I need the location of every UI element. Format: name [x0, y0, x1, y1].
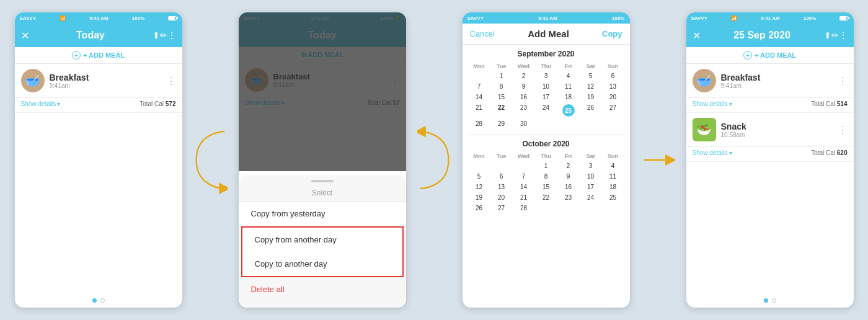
show-details-link-breakfast-4[interactable]: Show details ▾	[693, 100, 732, 107]
plus-circle-icon-4: +	[743, 51, 752, 60]
dark-overlay-2	[239, 12, 406, 171]
meal-dots-snack-4[interactable]: ⋮	[838, 124, 848, 136]
sheet-title-2: Select	[239, 186, 406, 202]
meal-info-1: Breakfast 9:41am	[50, 73, 161, 89]
flow-arrow-1	[193, 123, 228, 197]
dot-inactive-4[interactable]	[772, 298, 776, 303]
show-details-row-snack-4: Show details ▾ Total Cal 620	[686, 147, 854, 162]
battery-4: 100%	[804, 16, 816, 21]
signal-icon-1: 📶	[60, 16, 66, 21]
nav-icon-edit-1[interactable]: ✏	[160, 30, 167, 40]
arrow-3	[641, 123, 675, 197]
sheet-item-copy-to-another-day[interactable]: Copy to another day	[241, 252, 404, 277]
meal-card-breakfast-4: 🥣 Breakfast 9:41am ⋮	[686, 64, 854, 98]
close-button-1[interactable]: ✕	[21, 30, 29, 42]
nav-icon-share-4[interactable]: ⬆	[824, 30, 831, 40]
page-dots-4	[686, 293, 854, 308]
add-meal-button-1[interactable]: + + ADD MEAL	[15, 47, 182, 64]
battery-icon-1	[168, 16, 177, 20]
cal-week-oct-2: 5 6 7 8 9 10 11	[469, 171, 624, 182]
meal-avatar-snack-4: 🥗	[693, 118, 716, 141]
nav-icon-edit-4[interactable]: ✏	[831, 30, 839, 40]
cal-copy-button[interactable]: Copy	[602, 29, 622, 38]
nav-icon-more-4[interactable]: ⋮	[839, 30, 848, 40]
meal-time-breakfast-4: 9:41am	[721, 82, 833, 89]
time-4: 9:41 AM	[761, 16, 779, 21]
meal-name-1: Breakfast	[50, 73, 161, 82]
cal-week-oct-1: 1 2 3 4	[469, 161, 624, 171]
cal-week-sep-5: 28 29 30	[469, 118, 624, 129]
nav-icon-more-1[interactable]: ⋮	[167, 30, 176, 40]
total-cal-snack-4: Total Cal 620	[811, 149, 847, 156]
col-thu: Thu	[536, 62, 557, 71]
meal-avatar-breakfast-4: 🥣	[693, 69, 716, 92]
sheet-item-delete[interactable]: Delete all	[239, 277, 406, 301]
flow-arrow-3	[641, 123, 675, 197]
nav-title-4: 25 Sep 2020	[701, 30, 824, 41]
meal-info-snack-4: Snack 10:58am	[721, 122, 833, 138]
sheet-item-copy-another-day[interactable]: Copy from another day	[241, 226, 404, 253]
show-details-row-breakfast-4: Show details ▾ Total Cal 514	[686, 98, 854, 113]
dot-active-1[interactable]	[92, 298, 97, 303]
meal-card-1: 🥣 Breakfast 9:41am ⋮	[15, 64, 182, 98]
cal-divider-3	[469, 134, 624, 135]
meal-card-snack-4: 🥗 Snack 10:58am ⋮	[686, 113, 854, 147]
cal-week-oct-5: 26 27 28	[469, 203, 624, 213]
arrow-2	[417, 123, 451, 197]
carrier-1: SAVVY	[20, 16, 37, 21]
total-cal-breakfast-4: Total Cal 514	[811, 100, 847, 107]
battery-label-1: 100%	[132, 16, 144, 21]
cal-month-oct: October 2020	[469, 140, 624, 148]
add-meal-button-4[interactable]: + + ADD MEAL	[686, 47, 854, 64]
cal-week-oct-3: 12 13 14 15 16 17 18	[469, 182, 624, 192]
status-bar-1: SAVVY 📶 9:41 AM 100%	[15, 12, 182, 24]
chevron-down-icon-1: ▾	[57, 100, 60, 107]
add-meal-label-1: + ADD MEAL	[83, 51, 125, 59]
cal-week-sep-4: 21 22 23 24 25 26 27	[469, 102, 624, 118]
show-details-link-snack-4[interactable]: Show details ▾	[693, 149, 732, 156]
dot-active-4[interactable]	[764, 298, 768, 303]
screen4-phone: SAVVY 📶 9:41 AM 100% ✕ 25 Sep 2020 ⬆ ✏ ⋮…	[686, 12, 854, 308]
cal-grid-oct-header: Mon Tue Wed Thu Fri Sat Sun	[469, 152, 624, 161]
status-bar-4: SAVVY 📶 9:41 AM 100%	[686, 12, 854, 24]
time-1: 9:41 AM	[89, 16, 108, 21]
meal-name-snack-4: Snack	[721, 122, 833, 131]
time-3: 9:41 AM	[538, 16, 557, 21]
meal-emoji-snack-4: 🥗	[696, 122, 712, 137]
col-sun: Sun	[603, 62, 624, 71]
screen2-phone: SAVVY 9:41 AM 100% 🔋 Today ⊕ ADD MEAL 🥣 …	[239, 12, 406, 308]
cal-week-oct-4: 19 20 21 22 23 24 25	[469, 192, 624, 203]
total-cal-1: Total Cal 572	[140, 100, 175, 107]
meal-emoji-breakfast-4: 🥣	[696, 73, 712, 88]
sheet-item-copy-yesterday[interactable]: Copy from yesterday	[239, 202, 406, 226]
meal-info-breakfast-4: Breakfast 9:41am	[721, 73, 833, 89]
cal-week-sep-2: 7 8 9 10 11 12 13	[469, 81, 624, 92]
page-dots-1	[15, 293, 182, 308]
meal-dots-1[interactable]: ⋮	[166, 75, 176, 87]
screen1-phone: SAVVY 📶 9:41 AM 100% ✕ Today ⬆ ✏ ⋮ + + A…	[15, 12, 182, 308]
meal-time-1: 9:41am	[50, 82, 161, 89]
bottom-sheet-2: Select Copy from yesterday Copy from ano…	[239, 175, 406, 308]
cal-month-sep: September 2020	[469, 50, 624, 58]
cal-num-1: 572	[166, 100, 176, 107]
selected-date-25[interactable]: 25	[562, 104, 575, 117]
nav-bar-4: ✕ 25 Sep 2020 ⬆ ✏ ⋮	[686, 24, 854, 47]
show-details-row-1: Show details ▾ Total Cal 572	[15, 98, 182, 113]
arrow-1	[193, 123, 228, 197]
nav-bar-1: ✕ Today ⬆ ✏ ⋮	[15, 24, 182, 47]
dot-inactive-1[interactable]	[100, 298, 105, 303]
cal-cancel-button[interactable]: Cancel	[470, 29, 495, 38]
nav-icon-share-1[interactable]: ⬆	[153, 30, 160, 40]
calendar-3: September 2020 Mon Tue Wed Thu Fri Sat S…	[463, 45, 630, 308]
close-button-4[interactable]: ✕	[693, 30, 701, 42]
cal-grid-sep-header: Mon Tue Wed Thu Fri Sat Sun	[469, 62, 624, 71]
signal-icon-4: 📶	[731, 16, 737, 21]
meal-dots-breakfast-4[interactable]: ⋮	[838, 75, 848, 87]
meal-emoji-1: 🥣	[25, 73, 40, 88]
show-details-link-1[interactable]: Show details ▾	[21, 100, 61, 107]
carrier-3: SAVVY	[467, 16, 484, 21]
col-tue: Tue	[491, 62, 512, 71]
battery-3: 100%	[612, 16, 624, 21]
col-sat: Sat	[580, 62, 601, 71]
cal-week-sep-1: 1 2 3 4 5 6	[469, 71, 624, 81]
